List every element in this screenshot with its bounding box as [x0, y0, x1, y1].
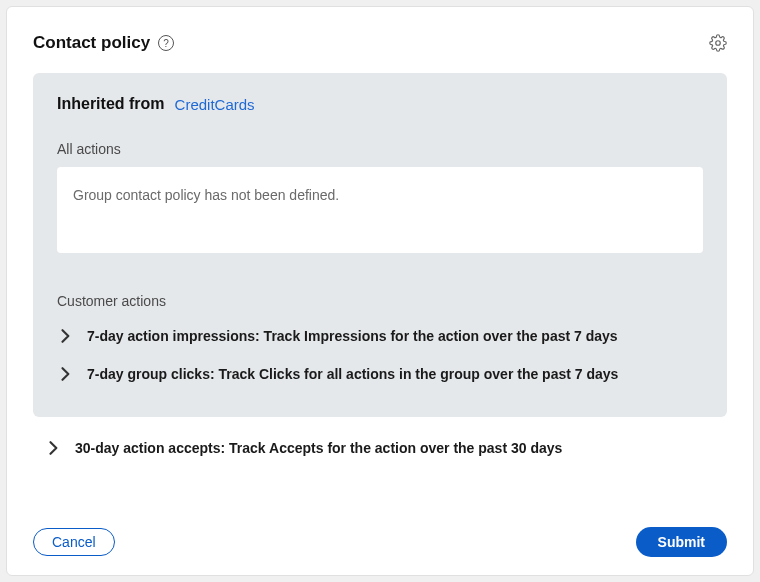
inherited-source-link[interactable]: CreditCards	[175, 96, 255, 113]
chevron-right-icon[interactable]	[45, 439, 63, 457]
customer-action-row: 7-day group clicks: Track Clicks for all…	[57, 357, 703, 391]
all-actions-heading: All actions	[57, 141, 703, 157]
chevron-right-icon[interactable]	[57, 365, 75, 383]
card-header: Contact policy ?	[33, 33, 727, 53]
help-icon[interactable]: ?	[158, 35, 174, 51]
footer: Cancel Submit	[33, 527, 727, 557]
inherited-line: Inherited from CreditCards	[57, 95, 703, 113]
header-left: Contact policy ?	[33, 33, 174, 53]
customer-action-row: 7-day action impressions: Track Impressi…	[57, 319, 703, 353]
inherited-panel: Inherited from CreditCards All actions G…	[33, 73, 727, 417]
action-label: 7-day group clicks: Track Clicks for all…	[87, 366, 618, 382]
cancel-button[interactable]: Cancel	[33, 528, 115, 556]
svg-point-0	[716, 41, 721, 46]
gear-icon[interactable]	[709, 34, 727, 52]
submit-button[interactable]: Submit	[636, 527, 727, 557]
action-label: 30-day action accepts: Track Accepts for…	[75, 440, 562, 456]
standalone-action-row: 30-day action accepts: Track Accepts for…	[33, 433, 727, 463]
card-title: Contact policy	[33, 33, 150, 53]
customer-actions-heading: Customer actions	[57, 293, 703, 309]
contact-policy-card: Contact policy ? Inherited from CreditCa…	[6, 6, 754, 576]
inherited-label: Inherited from	[57, 95, 165, 113]
empty-message: Group contact policy has not been define…	[73, 187, 339, 203]
action-label: 7-day action impressions: Track Impressi…	[87, 328, 618, 344]
chevron-right-icon[interactable]	[57, 327, 75, 345]
all-actions-empty-box: Group contact policy has not been define…	[57, 167, 703, 253]
